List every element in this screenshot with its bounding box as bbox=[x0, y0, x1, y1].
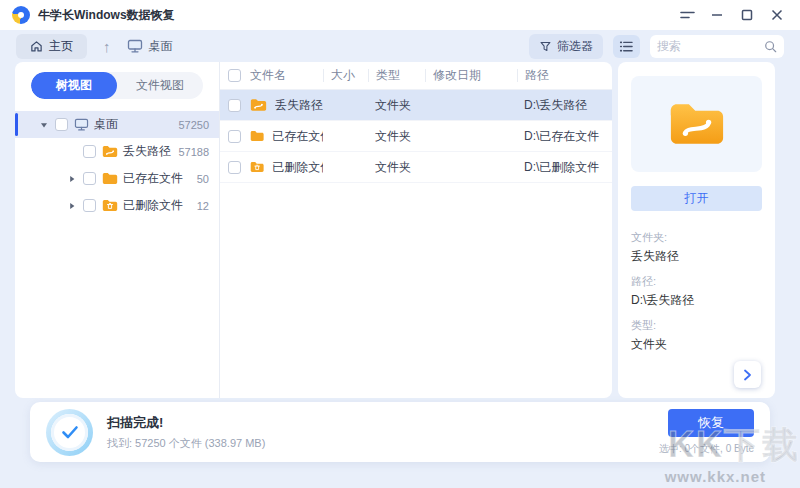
selection-summary: 选中: 0个文件, 0 Byte bbox=[659, 442, 754, 456]
window-controls bbox=[676, 4, 788, 26]
selection-bar bbox=[15, 113, 18, 136]
desktop-icon bbox=[127, 39, 143, 53]
tree-item-lost-path[interactable]: 丢失路径 57188 bbox=[15, 138, 219, 165]
search-box bbox=[650, 35, 784, 58]
select-all-checkbox[interactable] bbox=[228, 69, 241, 82]
status-texts: 扫描完成! 找到: 57250 个文件 (338.97 MB) bbox=[107, 414, 265, 451]
home-icon bbox=[30, 40, 43, 53]
close-icon[interactable] bbox=[766, 4, 788, 26]
app-title: 牛学长Windows数据恢复 bbox=[38, 7, 175, 24]
status-title: 扫描完成! bbox=[107, 414, 265, 432]
detail-value-type: 文件夹 bbox=[631, 336, 762, 353]
column-header-path[interactable]: 路径 bbox=[517, 69, 612, 82]
file-name: 已删除文件 bbox=[272, 159, 323, 176]
app-logo-icon bbox=[12, 6, 30, 24]
checkbox[interactable] bbox=[228, 130, 241, 143]
file-name: 丢失路径 bbox=[275, 97, 323, 114]
table-row[interactable]: 已存在文件 文件夹 D:\已存在文件 bbox=[220, 121, 612, 152]
view-list-icon[interactable] bbox=[613, 35, 640, 58]
next-item-button[interactable] bbox=[734, 361, 761, 388]
home-button[interactable]: 主页 bbox=[16, 34, 87, 59]
desktop-icon bbox=[74, 118, 89, 131]
scan-complete-icon bbox=[46, 409, 93, 456]
detail-label-type: 类型: bbox=[631, 318, 762, 333]
checkbox[interactable] bbox=[228, 161, 241, 174]
detail-label-folder: 文件夹: bbox=[631, 230, 762, 245]
table-row[interactable]: 丢失路径 文件夹 D:\丢失路径 bbox=[220, 90, 612, 121]
folder-route-icon bbox=[668, 100, 726, 148]
file-type: 文件夹 bbox=[368, 128, 425, 145]
file-path: D:\丢失路径 bbox=[517, 97, 612, 114]
checkbox[interactable] bbox=[83, 145, 96, 158]
checkbox[interactable] bbox=[55, 118, 68, 131]
preview-thumbnail bbox=[631, 76, 762, 172]
table-row[interactable]: 已删除文件 文件夹 D:\已删除文件 bbox=[220, 152, 612, 183]
detail-value-path: D:\丢失路径 bbox=[631, 292, 762, 309]
main-card: 树视图 文件视图 桌面 57250 bbox=[15, 62, 612, 398]
content-area: 树视图 文件视图 桌面 57250 bbox=[15, 62, 775, 398]
filter-button[interactable]: 筛选器 bbox=[529, 34, 603, 59]
breadcrumb[interactable]: 桌面 bbox=[127, 38, 173, 55]
view-tabs: 树视图 文件视图 bbox=[31, 72, 203, 99]
open-button[interactable]: 打开 bbox=[631, 186, 762, 211]
breadcrumb-label: 桌面 bbox=[149, 38, 173, 55]
titlebar: 牛学长Windows数据恢复 bbox=[0, 0, 800, 30]
toolbar: 主页 ↑ 桌面 筛选器 bbox=[0, 30, 800, 62]
search-input[interactable] bbox=[657, 39, 764, 53]
tree-item-existing-files[interactable]: 已存在文件 50 bbox=[15, 165, 219, 192]
tree-item-desktop[interactable]: 桌面 57250 bbox=[15, 111, 219, 138]
folder-icon bbox=[102, 172, 118, 185]
tree-item-label: 丢失路径 bbox=[123, 143, 171, 160]
funnel-icon bbox=[539, 40, 552, 53]
tree-item-label: 桌面 bbox=[94, 116, 118, 133]
table-header: 文件名 大小 类型 修改日期 路径 bbox=[220, 62, 612, 90]
watermark-url: www.kkx.net bbox=[665, 468, 766, 485]
column-header-size[interactable]: 大小 bbox=[323, 69, 368, 82]
menu-icon[interactable] bbox=[676, 4, 698, 26]
minimize-icon[interactable] bbox=[706, 4, 728, 26]
navigate-up-icon[interactable]: ↑ bbox=[97, 39, 117, 54]
filter-label: 筛选器 bbox=[557, 38, 593, 55]
column-header-name[interactable]: 文件名 bbox=[250, 69, 323, 82]
file-name: 已存在文件 bbox=[272, 128, 323, 145]
recover-button[interactable]: 恢复 bbox=[668, 409, 754, 437]
expand-arrow-icon[interactable] bbox=[65, 175, 79, 183]
recover-area: 恢复 选中: 0个文件, 0 Byte bbox=[659, 409, 754, 456]
file-table: 文件名 大小 类型 修改日期 路径 丢失路径 文件夹 D:\丢失路径 bbox=[220, 62, 612, 398]
folder-route-icon bbox=[102, 145, 118, 158]
status-subtitle: 找到: 57250 个文件 (338.97 MB) bbox=[107, 436, 265, 451]
checkbox[interactable] bbox=[228, 99, 241, 112]
file-type: 文件夹 bbox=[368, 159, 425, 176]
folder-trash-icon bbox=[250, 160, 264, 174]
maximize-icon[interactable] bbox=[736, 4, 758, 26]
expand-arrow-icon[interactable] bbox=[65, 202, 79, 210]
tree-item-label: 已存在文件 bbox=[123, 170, 183, 187]
column-header-type[interactable]: 类型 bbox=[368, 69, 425, 82]
preview-panel: 打开 文件夹: 丢失路径 路径: D:\丢失路径 类型: 文件夹 bbox=[618, 62, 775, 398]
tab-tree-view[interactable]: 树视图 bbox=[31, 72, 117, 99]
home-label: 主页 bbox=[49, 38, 73, 55]
file-path: D:\已删除文件 bbox=[517, 159, 612, 176]
sidebar: 树视图 文件视图 桌面 57250 bbox=[15, 62, 220, 398]
folder-route-icon bbox=[250, 98, 267, 112]
tree-item-label: 已删除文件 bbox=[123, 197, 183, 214]
tab-file-view[interactable]: 文件视图 bbox=[117, 72, 203, 99]
file-type: 文件夹 bbox=[368, 97, 425, 114]
checkbox[interactable] bbox=[83, 199, 96, 212]
detail-label-path: 路径: bbox=[631, 274, 762, 289]
tree-item-count: 50 bbox=[197, 173, 209, 185]
chevron-right-icon bbox=[743, 369, 752, 381]
expand-arrow-icon[interactable] bbox=[37, 121, 51, 129]
column-header-date[interactable]: 修改日期 bbox=[425, 69, 517, 82]
status-bar: 扫描完成! 找到: 57250 个文件 (338.97 MB) 恢复 选中: 0… bbox=[30, 402, 770, 462]
folder-icon bbox=[250, 129, 264, 143]
tree-item-deleted-files[interactable]: 已删除文件 12 bbox=[15, 192, 219, 219]
search-icon bbox=[764, 40, 777, 53]
checkbox[interactable] bbox=[83, 172, 96, 185]
file-path: D:\已存在文件 bbox=[517, 128, 612, 145]
folder-trash-icon bbox=[102, 199, 118, 212]
tree-item-count: 57188 bbox=[178, 146, 209, 158]
tree-item-count: 57250 bbox=[178, 119, 209, 131]
detail-value-folder: 丢失路径 bbox=[631, 248, 762, 265]
tree-item-count: 12 bbox=[197, 200, 209, 212]
